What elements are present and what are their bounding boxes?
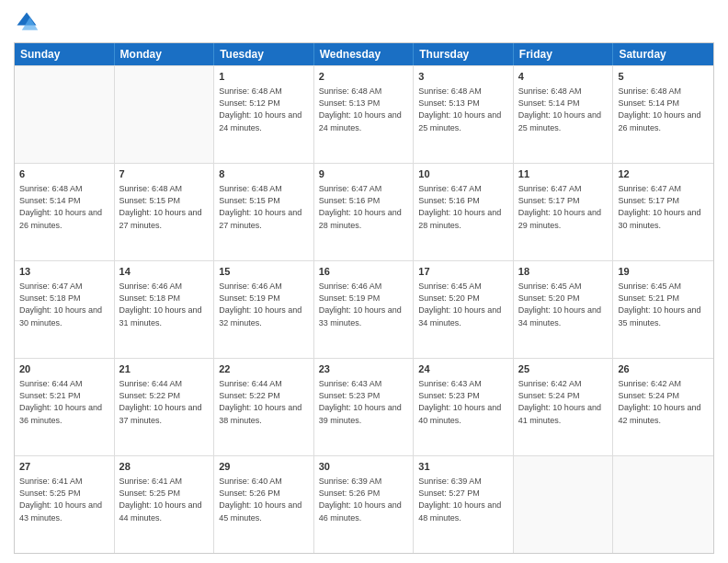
calendar-cell: 14Sunrise: 6:46 AM Sunset: 5:18 PM Dayli… [115,261,215,358]
cell-info: Sunrise: 6:44 AM Sunset: 5:22 PM Dayligh… [219,378,309,426]
calendar-cell: 29Sunrise: 6:40 AM Sunset: 5:26 PM Dayli… [214,456,314,553]
cell-day-number: 18 [518,265,609,279]
cell-info: Sunrise: 6:45 AM Sunset: 5:20 PM Dayligh… [518,281,609,328]
cell-day-number: 27 [19,460,109,474]
calendar-cell [15,66,115,163]
calendar-cell: 28Sunrise: 6:41 AM Sunset: 5:25 PM Dayli… [115,456,215,553]
cell-day-number: 7 [119,167,210,181]
day-header-friday: Friday [514,43,614,65]
cell-info: Sunrise: 6:43 AM Sunset: 5:23 PM Dayligh… [319,378,409,426]
calendar-cell: 13Sunrise: 6:47 AM Sunset: 5:18 PM Dayli… [15,261,115,358]
calendar-cell: 7Sunrise: 6:48 AM Sunset: 5:15 PM Daylig… [115,164,215,260]
cell-day-number: 30 [319,460,409,474]
cell-day-number: 6 [19,167,109,181]
day-header-wednesday: Wednesday [314,43,415,65]
calendar-cell [514,456,614,553]
cell-day-number: 8 [219,167,309,181]
calendar-cell: 11Sunrise: 6:47 AM Sunset: 5:17 PM Dayli… [514,164,614,260]
cell-info: Sunrise: 6:48 AM Sunset: 5:13 PM Dayligh… [319,86,409,133]
cell-day-number: 22 [219,362,309,376]
cell-info: Sunrise: 6:47 AM Sunset: 5:16 PM Dayligh… [319,183,409,231]
cell-info: Sunrise: 6:42 AM Sunset: 5:24 PM Dayligh… [518,378,609,426]
day-header-saturday: Saturday [613,43,713,65]
cell-info: Sunrise: 6:48 AM Sunset: 5:12 PM Dayligh… [219,86,309,133]
calendar-body: 1Sunrise: 6:48 AM Sunset: 5:12 PM Daylig… [15,65,713,553]
cell-info: Sunrise: 6:47 AM Sunset: 5:16 PM Dayligh… [418,183,508,231]
cell-info: Sunrise: 6:46 AM Sunset: 5:19 PM Dayligh… [319,281,409,328]
cell-info: Sunrise: 6:47 AM Sunset: 5:18 PM Dayligh… [19,281,109,328]
calendar-cell: 1Sunrise: 6:48 AM Sunset: 5:12 PM Daylig… [214,66,314,163]
cell-info: Sunrise: 6:41 AM Sunset: 5:25 PM Dayligh… [19,476,109,523]
calendar-cell: 16Sunrise: 6:46 AM Sunset: 5:19 PM Dayli… [314,261,415,358]
cell-day-number: 23 [319,362,409,376]
cell-info: Sunrise: 6:48 AM Sunset: 5:14 PM Dayligh… [618,86,709,133]
cell-day-number: 17 [418,265,508,279]
cell-day-number: 4 [518,70,609,84]
cell-info: Sunrise: 6:45 AM Sunset: 5:21 PM Dayligh… [618,281,709,328]
calendar-cell: 30Sunrise: 6:39 AM Sunset: 5:26 PM Dayli… [314,456,415,553]
cell-info: Sunrise: 6:43 AM Sunset: 5:23 PM Dayligh… [418,378,508,426]
cell-info: Sunrise: 6:48 AM Sunset: 5:14 PM Dayligh… [19,183,109,231]
calendar-cell [115,66,215,163]
cell-day-number: 5 [618,70,709,84]
cell-info: Sunrise: 6:47 AM Sunset: 5:17 PM Dayligh… [518,183,609,231]
cell-day-number: 12 [618,167,709,181]
calendar-cell: 20Sunrise: 6:44 AM Sunset: 5:21 PM Dayli… [15,359,115,455]
calendar-cell: 2Sunrise: 6:48 AM Sunset: 5:13 PM Daylig… [314,66,415,163]
cell-day-number: 25 [518,362,609,376]
calendar-cell [613,456,713,553]
cell-info: Sunrise: 6:47 AM Sunset: 5:17 PM Dayligh… [618,183,709,231]
cell-info: Sunrise: 6:39 AM Sunset: 5:26 PM Dayligh… [319,476,409,523]
calendar: SundayMondayTuesdayWednesdayThursdayFrid… [14,42,714,554]
calendar-cell: 22Sunrise: 6:44 AM Sunset: 5:22 PM Dayli… [214,359,314,455]
page: SundayMondayTuesdayWednesdayThursdayFrid… [0,0,728,563]
cell-day-number: 1 [219,70,309,84]
day-header-monday: Monday [115,43,215,65]
cell-day-number: 14 [119,265,210,279]
cell-info: Sunrise: 6:39 AM Sunset: 5:27 PM Dayligh… [418,476,508,523]
cell-info: Sunrise: 6:48 AM Sunset: 5:14 PM Dayligh… [518,86,609,133]
cell-day-number: 10 [418,167,508,181]
cell-info: Sunrise: 6:42 AM Sunset: 5:24 PM Dayligh… [618,378,709,426]
logo [14,9,43,35]
calendar-cell: 17Sunrise: 6:45 AM Sunset: 5:20 PM Dayli… [414,261,514,358]
calendar-cell: 25Sunrise: 6:42 AM Sunset: 5:24 PM Dayli… [514,359,614,455]
calendar-row: 1Sunrise: 6:48 AM Sunset: 5:12 PM Daylig… [15,65,713,163]
cell-info: Sunrise: 6:48 AM Sunset: 5:13 PM Dayligh… [418,86,508,133]
calendar-cell: 6Sunrise: 6:48 AM Sunset: 5:14 PM Daylig… [15,164,115,260]
cell-day-number: 26 [618,362,709,376]
day-header-thursday: Thursday [414,43,514,65]
cell-day-number: 21 [119,362,210,376]
cell-info: Sunrise: 6:44 AM Sunset: 5:22 PM Dayligh… [119,378,210,426]
cell-day-number: 11 [518,167,609,181]
logo-icon [14,9,40,35]
cell-info: Sunrise: 6:44 AM Sunset: 5:21 PM Dayligh… [19,378,109,426]
cell-day-number: 29 [219,460,309,474]
cell-info: Sunrise: 6:46 AM Sunset: 5:18 PM Dayligh… [119,281,210,328]
calendar-cell: 31Sunrise: 6:39 AM Sunset: 5:27 PM Dayli… [414,456,514,553]
calendar-cell: 27Sunrise: 6:41 AM Sunset: 5:25 PM Dayli… [15,456,115,553]
calendar-row: 20Sunrise: 6:44 AM Sunset: 5:21 PM Dayli… [15,358,713,455]
calendar-row: 6Sunrise: 6:48 AM Sunset: 5:14 PM Daylig… [15,163,713,260]
cell-day-number: 13 [19,265,109,279]
calendar-cell: 4Sunrise: 6:48 AM Sunset: 5:14 PM Daylig… [514,66,614,163]
calendar-cell: 18Sunrise: 6:45 AM Sunset: 5:20 PM Dayli… [514,261,614,358]
calendar-cell: 15Sunrise: 6:46 AM Sunset: 5:19 PM Dayli… [214,261,314,358]
cell-day-number: 19 [618,265,709,279]
cell-info: Sunrise: 6:40 AM Sunset: 5:26 PM Dayligh… [219,476,309,523]
calendar-cell: 26Sunrise: 6:42 AM Sunset: 5:24 PM Dayli… [613,359,713,455]
cell-day-number: 28 [119,460,210,474]
cell-day-number: 15 [219,265,309,279]
calendar-row: 13Sunrise: 6:47 AM Sunset: 5:18 PM Dayli… [15,260,713,358]
cell-day-number: 31 [418,460,508,474]
calendar-cell: 12Sunrise: 6:47 AM Sunset: 5:17 PM Dayli… [613,164,713,260]
calendar-row: 27Sunrise: 6:41 AM Sunset: 5:25 PM Dayli… [15,455,713,553]
cell-day-number: 9 [319,167,409,181]
cell-info: Sunrise: 6:41 AM Sunset: 5:25 PM Dayligh… [119,476,210,523]
calendar-header: SundayMondayTuesdayWednesdayThursdayFrid… [15,43,713,65]
cell-day-number: 24 [418,362,508,376]
calendar-cell: 9Sunrise: 6:47 AM Sunset: 5:16 PM Daylig… [314,164,415,260]
calendar-cell: 8Sunrise: 6:48 AM Sunset: 5:15 PM Daylig… [214,164,314,260]
header [14,9,714,35]
calendar-cell: 19Sunrise: 6:45 AM Sunset: 5:21 PM Dayli… [613,261,713,358]
